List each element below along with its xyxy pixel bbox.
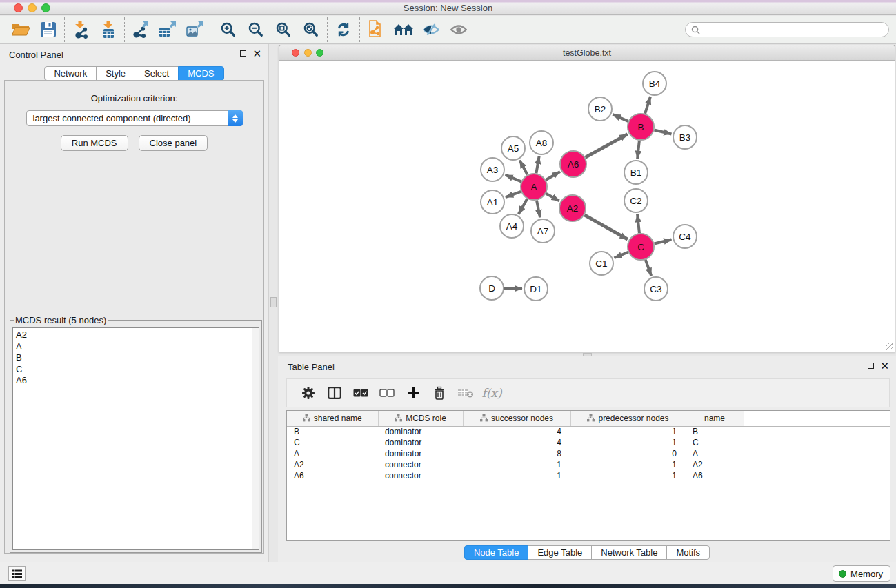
graph-edge-A-A7[interactable] [537, 201, 540, 218]
table-cell[interactable]: 1 [570, 459, 686, 470]
show-graphics-details-button[interactable] [445, 17, 472, 42]
graph-edge-B-B1[interactable] [637, 141, 639, 159]
table-cell[interactable]: 1 [463, 459, 570, 470]
table-cell[interactable]: 0 [570, 448, 686, 459]
graph-node-A7[interactable]: A7 [531, 219, 555, 243]
table-row[interactable]: A6connector11A6 [287, 470, 890, 481]
zoom-in-button[interactable] [215, 17, 242, 42]
graph-edge-C-C4[interactable] [654, 240, 671, 244]
graph-node-D1[interactable]: D1 [524, 277, 548, 301]
graph-node-B3[interactable]: B3 [673, 125, 697, 149]
graph-node-A5[interactable]: A5 [501, 136, 525, 160]
mcds-result-item[interactable]: A6 [13, 375, 259, 387]
graph-node-C3[interactable]: C3 [644, 277, 668, 301]
float-panel-icon[interactable] [868, 363, 874, 369]
add-column-button[interactable] [400, 381, 426, 405]
table-cell[interactable]: 1 [570, 470, 686, 481]
table-cell[interactable]: dominator [378, 437, 463, 448]
mcds-result-list[interactable]: A2ABCA6 [12, 327, 259, 550]
open-file-button[interactable] [7, 17, 34, 42]
tab-motifs[interactable]: Motifs [666, 545, 710, 560]
graph-edge-A-A1[interactable] [506, 192, 521, 197]
table-cell[interactable]: dominator [378, 426, 463, 437]
tab-style[interactable]: Style [96, 66, 135, 81]
task-history-button[interactable] [8, 566, 26, 581]
graph-node-A1[interactable]: A1 [481, 190, 504, 214]
zoom-fit-button[interactable] [270, 17, 297, 42]
graph-edge-C-C3[interactable] [646, 260, 651, 276]
graph-edge-A-A3[interactable] [505, 175, 521, 182]
select-all-button[interactable] [348, 381, 374, 405]
export-table-button[interactable] [155, 17, 182, 42]
graph-edge-C-C1[interactable] [614, 252, 628, 258]
column-header-predecessor-nodes[interactable]: predecessor nodes [570, 411, 686, 426]
table-cell[interactable]: A6 [686, 470, 744, 481]
graph-node-A2[interactable]: A2 [559, 195, 586, 221]
graph-edge-B-B2[interactable] [613, 114, 628, 121]
table-row[interactable]: Adominator80A [287, 448, 890, 459]
table-cell[interactable]: A2 [287, 459, 378, 470]
close-panel-button[interactable]: Close panel [139, 135, 208, 151]
network-canvas[interactable]: B4B2BB3A8A5A6A3B1AC2A1A2A4A7C4CC1C3DD1 [279, 61, 895, 352]
graph-node-C1[interactable]: C1 [590, 252, 613, 275]
table-cell[interactable]: 4 [463, 437, 570, 448]
graph-edge-A-A4[interactable] [519, 199, 527, 214]
table-cell[interactable]: dominator [378, 448, 463, 459]
vertical-splitter-handle[interactable] [270, 297, 277, 307]
table-cell[interactable]: C [287, 437, 378, 448]
table-cell[interactable]: B [287, 426, 378, 437]
table-cell[interactable]: 1 [570, 437, 686, 448]
tab-node-table[interactable]: Node Table [464, 545, 529, 560]
table-cell[interactable]: B [686, 426, 744, 437]
graph-node-B[interactable]: B [628, 114, 654, 140]
close-panel-icon[interactable]: ✕ [252, 50, 261, 57]
welcome-screen-button[interactable] [390, 17, 417, 42]
graph-node-A8[interactable]: A8 [530, 131, 553, 154]
table-cell[interactable]: 8 [463, 448, 570, 459]
save-session-button[interactable] [34, 17, 62, 42]
graph-node-A[interactable]: A [521, 174, 547, 200]
criterion-dropdown[interactable]: largest connected component (directed) [26, 110, 243, 126]
table-cell[interactable]: 1 [570, 426, 686, 437]
hide-graphics-details-button[interactable] [417, 17, 445, 42]
graph-node-A6[interactable]: A6 [560, 151, 586, 177]
table-cell[interactable]: A [287, 448, 378, 459]
table-cell[interactable]: A6 [287, 470, 378, 481]
graph-edge-A2-C[interactable] [584, 215, 627, 239]
graph-node-B4[interactable]: B4 [643, 72, 666, 95]
graph-edge-A-A5[interactable] [519, 161, 527, 175]
export-network-button[interactable] [127, 17, 155, 42]
delete-column-button[interactable] [426, 381, 452, 405]
graph-edge-A-A8[interactable] [536, 156, 539, 174]
close-panel-icon[interactable]: ✕ [880, 362, 889, 369]
table-row[interactable]: A2connector11A2 [287, 459, 890, 470]
table-cell[interactable]: C [686, 437, 744, 448]
mcds-result-item[interactable]: C [13, 364, 259, 376]
table-cell[interactable]: 4 [463, 426, 570, 437]
table-cell[interactable]: A [686, 448, 744, 459]
tab-network-table[interactable]: Network Table [591, 545, 667, 560]
table-cell[interactable]: connector [378, 459, 463, 470]
function-builder-button[interactable]: f(x) [479, 381, 505, 405]
deselect-all-button[interactable] [374, 381, 400, 405]
zoom-out-button[interactable] [242, 17, 270, 42]
scrollbar-track[interactable] [252, 328, 259, 549]
float-panel-icon[interactable] [240, 50, 246, 57]
run-mcds-button[interactable]: Run MCDS [61, 135, 128, 151]
tab-mcds[interactable]: MCDS [178, 66, 223, 81]
mcds-result-item[interactable]: A [13, 341, 259, 353]
new-network-from-selection-button[interactable] [362, 17, 390, 42]
table-cell[interactable]: A2 [686, 459, 744, 470]
graph-edge-C-C2[interactable] [637, 214, 639, 233]
graph-node-D[interactable]: D [480, 276, 504, 300]
mcds-result-item[interactable]: A2 [13, 330, 259, 341]
column-header-MCDS-role[interactable]: MCDS role [378, 411, 463, 426]
table-row[interactable]: Bdominator41B [287, 426, 890, 437]
graph-node-A4[interactable]: A4 [500, 214, 524, 238]
graph-node-A3[interactable]: A3 [481, 158, 504, 181]
tab-select[interactable]: Select [135, 66, 179, 81]
import-network-button[interactable] [67, 17, 94, 42]
mcds-result-item[interactable]: B [13, 352, 259, 364]
graph-node-C2[interactable]: C2 [624, 189, 648, 212]
graph-node-B1[interactable]: B1 [624, 161, 648, 184]
